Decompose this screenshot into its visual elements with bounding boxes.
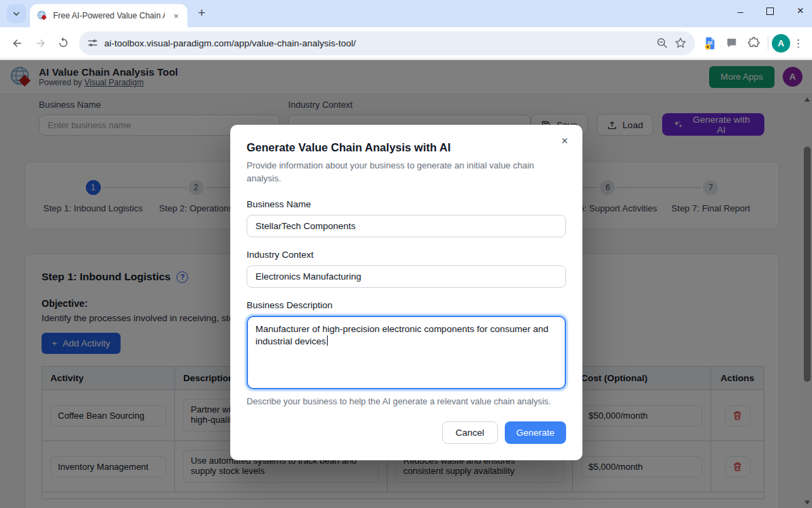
back-arrow-icon bbox=[11, 37, 24, 50]
tab-close-button[interactable]: × bbox=[170, 10, 182, 22]
modal-business-name-input[interactable] bbox=[247, 215, 566, 237]
forward-button[interactable] bbox=[29, 31, 52, 55]
toolbar-divider bbox=[768, 36, 768, 50]
browser-menu-button[interactable]: ⋮ bbox=[790, 37, 807, 50]
reload-button[interactable] bbox=[52, 31, 75, 55]
back-button[interactable] bbox=[5, 31, 29, 55]
generate-analysis-modal: Generate Value Chain Analysis with AI × … bbox=[230, 125, 582, 460]
url-bar[interactable]: ai-toolbox.visual-paradigm.com/app/value… bbox=[79, 31, 695, 55]
browser-profile-avatar[interactable]: A bbox=[772, 34, 790, 53]
modal-business-name-label: Business Name bbox=[247, 199, 566, 209]
modal-industry-label: Industry Context bbox=[247, 250, 566, 260]
forward-arrow-icon bbox=[34, 37, 47, 50]
reading-mode-button[interactable] bbox=[699, 32, 721, 54]
new-tab-button[interactable]: + bbox=[193, 4, 210, 22]
window-minimize-button[interactable]: – bbox=[738, 5, 743, 17]
modal-title: Generate Value Chain Analysis with AI bbox=[247, 141, 566, 154]
cancel-button[interactable]: Cancel bbox=[442, 421, 498, 444]
window-maximize-button[interactable] bbox=[766, 8, 774, 15]
reload-icon bbox=[57, 37, 69, 49]
generate-button[interactable]: Generate bbox=[505, 421, 566, 444]
url-text[interactable]: ai-toolbox.visual-paradigm.com/app/value… bbox=[104, 38, 650, 48]
zoom-out-icon[interactable] bbox=[656, 37, 668, 49]
bookmark-star-icon[interactable] bbox=[674, 37, 687, 49]
tab-search-button[interactable] bbox=[7, 4, 26, 23]
tab-title: Free AI-Powered Value Chain An bbox=[53, 11, 165, 20]
visual-paradigm-favicon bbox=[37, 10, 48, 21]
browser-tab[interactable]: Free AI-Powered Value Chain An × bbox=[30, 4, 187, 27]
tab-strip: Free AI-Powered Value Chain An × + – × bbox=[0, 0, 812, 27]
modal-close-icon[interactable]: × bbox=[557, 133, 573, 149]
comment-button[interactable] bbox=[721, 32, 743, 54]
comment-icon bbox=[725, 37, 738, 49]
window-close-button[interactable]: × bbox=[797, 4, 804, 18]
modal-subtitle: Provide information about your business … bbox=[247, 160, 552, 185]
modal-helper-text: Describe your business to help the AI ge… bbox=[247, 396, 566, 406]
site-info-icon[interactable] bbox=[87, 38, 98, 48]
browser-toolbar: ai-toolbox.visual-paradigm.com/app/value… bbox=[0, 27, 812, 59]
modal-industry-input[interactable] bbox=[247, 265, 566, 288]
text-caret bbox=[327, 335, 328, 346]
puzzle-icon bbox=[747, 37, 760, 50]
document-download-icon bbox=[703, 36, 717, 50]
chevron-down-icon bbox=[12, 10, 20, 18]
modal-description-textarea[interactable]: Manufacturer of high-precision electroni… bbox=[247, 316, 566, 389]
extensions-button[interactable] bbox=[743, 32, 764, 54]
modal-description-label: Business Description bbox=[247, 300, 566, 310]
browser-chrome: Free AI-Powered Value Chain An × + – × bbox=[0, 0, 812, 59]
